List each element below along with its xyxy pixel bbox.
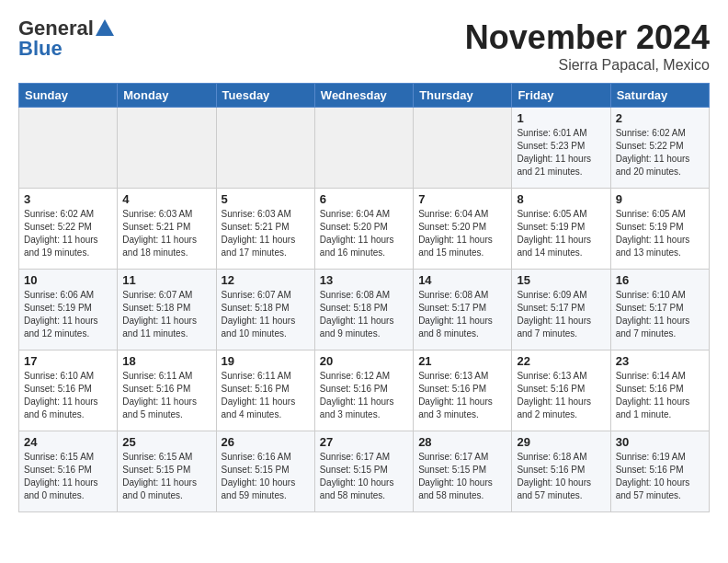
- calendar-cell: 16Sunrise: 6:10 AMSunset: 5:17 PMDayligh…: [610, 270, 709, 350]
- cell-content: Sunrise: 6:10 AM: [616, 289, 704, 302]
- weekday-header-monday: Monday: [118, 84, 216, 108]
- cell-content: Sunset: 5:15 PM: [222, 464, 310, 477]
- cell-content: Sunrise: 6:07 AM: [122, 289, 210, 302]
- cell-content: Daylight: 11 hours and 3 minutes.: [418, 396, 506, 421]
- logo-general-text: General: [18, 18, 94, 39]
- calendar-table: SundayMondayTuesdayWednesdayThursdayFrid…: [18, 83, 710, 512]
- weekday-header-friday: Friday: [512, 84, 610, 108]
- cell-content: Daylight: 11 hours and 6 minutes.: [24, 396, 112, 421]
- cell-content: Sunrise: 6:11 AM: [122, 370, 210, 383]
- cell-content: Sunrise: 6:18 AM: [517, 451, 605, 464]
- cell-content: Daylight: 11 hours and 18 minutes.: [122, 234, 210, 259]
- calendar-header-row: SundayMondayTuesdayWednesdayThursdayFrid…: [19, 84, 710, 108]
- cell-content: Sunset: 5:16 PM: [616, 383, 704, 396]
- cell-content: Sunrise: 6:04 AM: [320, 208, 408, 221]
- day-number: 27: [320, 435, 408, 449]
- cell-content: Daylight: 11 hours and 15 minutes.: [418, 234, 506, 259]
- month-title: November 2024: [465, 18, 710, 57]
- cell-content: Daylight: 10 hours and 58 minutes.: [320, 477, 408, 502]
- cell-content: Sunrise: 6:04 AM: [418, 208, 506, 221]
- cell-content: Sunset: 5:16 PM: [517, 464, 605, 477]
- cell-content: Daylight: 11 hours and 7 minutes.: [616, 315, 704, 340]
- calendar-cell: 29Sunrise: 6:18 AMSunset: 5:16 PMDayligh…: [512, 431, 610, 512]
- cell-content: Daylight: 11 hours and 17 minutes.: [222, 234, 310, 259]
- cell-content: Sunrise: 6:11 AM: [222, 370, 310, 383]
- cell-content: Sunrise: 6:13 AM: [517, 370, 605, 383]
- calendar-cell: 14Sunrise: 6:08 AMSunset: 5:17 PMDayligh…: [414, 270, 512, 350]
- cell-content: Sunrise: 6:07 AM: [222, 289, 310, 302]
- cell-content: Sunset: 5:18 PM: [122, 302, 210, 315]
- cell-content: Sunrise: 6:08 AM: [418, 289, 506, 302]
- calendar-cell: 1Sunrise: 6:01 AMSunset: 5:23 PMDaylight…: [512, 108, 610, 189]
- day-number: 23: [616, 354, 704, 368]
- day-number: 25: [122, 435, 210, 449]
- calendar-cell: 15Sunrise: 6:09 AMSunset: 5:17 PMDayligh…: [512, 270, 610, 350]
- calendar-cell: 26Sunrise: 6:16 AMSunset: 5:15 PMDayligh…: [216, 431, 314, 512]
- cell-content: Daylight: 11 hours and 0 minutes.: [122, 477, 210, 502]
- day-number: 18: [122, 354, 210, 368]
- calendar-cell: 21Sunrise: 6:13 AMSunset: 5:16 PMDayligh…: [414, 350, 512, 431]
- cell-content: Sunrise: 6:02 AM: [24, 208, 112, 221]
- cell-content: Daylight: 11 hours and 10 minutes.: [222, 315, 310, 340]
- calendar-cell: 11Sunrise: 6:07 AMSunset: 5:18 PMDayligh…: [118, 270, 216, 350]
- calendar-week-4: 17Sunrise: 6:10 AMSunset: 5:16 PMDayligh…: [19, 350, 710, 431]
- day-number: 17: [24, 354, 112, 368]
- cell-content: Daylight: 11 hours and 3 minutes.: [320, 396, 408, 421]
- cell-content: Sunset: 5:20 PM: [418, 221, 506, 234]
- day-number: 4: [122, 192, 210, 206]
- day-number: 16: [616, 273, 704, 287]
- cell-content: Daylight: 11 hours and 8 minutes.: [418, 315, 506, 340]
- day-number: 29: [517, 435, 605, 449]
- cell-content: Daylight: 11 hours and 19 minutes.: [24, 234, 112, 259]
- cell-content: Sunset: 5:15 PM: [122, 464, 210, 477]
- cell-content: Sunrise: 6:06 AM: [24, 289, 112, 302]
- cell-content: Sunset: 5:15 PM: [320, 464, 408, 477]
- calendar-cell: 12Sunrise: 6:07 AMSunset: 5:18 PMDayligh…: [216, 270, 314, 350]
- calendar-cell: 22Sunrise: 6:13 AMSunset: 5:16 PMDayligh…: [512, 350, 610, 431]
- cell-content: Daylight: 11 hours and 4 minutes.: [222, 396, 310, 421]
- calendar-cell: 10Sunrise: 6:06 AMSunset: 5:19 PMDayligh…: [19, 270, 118, 350]
- calendar-cell: [19, 108, 118, 189]
- day-number: 6: [320, 192, 408, 206]
- cell-content: Sunset: 5:16 PM: [320, 383, 408, 396]
- calendar-cell: 17Sunrise: 6:10 AMSunset: 5:16 PMDayligh…: [19, 350, 118, 431]
- day-number: 15: [517, 273, 605, 287]
- logo-icon: [96, 19, 114, 36]
- cell-content: Sunset: 5:22 PM: [616, 140, 704, 153]
- cell-content: Daylight: 11 hours and 16 minutes.: [320, 234, 408, 259]
- cell-content: Sunrise: 6:08 AM: [320, 289, 408, 302]
- logo: General Blue: [18, 18, 114, 59]
- day-number: 13: [320, 273, 408, 287]
- calendar-week-2: 3Sunrise: 6:02 AMSunset: 5:22 PMDaylight…: [19, 189, 710, 270]
- cell-content: Daylight: 10 hours and 58 minutes.: [418, 477, 506, 502]
- cell-content: Daylight: 11 hours and 5 minutes.: [122, 396, 210, 421]
- cell-content: Sunrise: 6:03 AM: [222, 208, 310, 221]
- day-number: 24: [24, 435, 112, 449]
- logo-blue-text: Blue: [18, 37, 63, 60]
- weekday-header-tuesday: Tuesday: [216, 84, 314, 108]
- cell-content: Daylight: 11 hours and 7 minutes.: [517, 315, 605, 340]
- cell-content: Daylight: 11 hours and 21 minutes.: [517, 153, 605, 178]
- svg-marker-0: [96, 19, 114, 36]
- location-title: Sierra Papacal, Mexico: [465, 57, 710, 74]
- cell-content: Daylight: 10 hours and 57 minutes.: [517, 477, 605, 502]
- calendar-week-1: 1Sunrise: 6:01 AMSunset: 5:23 PMDaylight…: [19, 108, 710, 189]
- cell-content: Sunrise: 6:10 AM: [24, 370, 112, 383]
- cell-content: Sunrise: 6:05 AM: [517, 208, 605, 221]
- cell-content: Daylight: 11 hours and 11 minutes.: [122, 315, 210, 340]
- day-number: 20: [320, 354, 408, 368]
- cell-content: Sunset: 5:19 PM: [24, 302, 112, 315]
- calendar-cell: 6Sunrise: 6:04 AMSunset: 5:20 PMDaylight…: [314, 189, 413, 270]
- cell-content: Sunset: 5:17 PM: [517, 302, 605, 315]
- cell-content: Sunrise: 6:02 AM: [616, 127, 704, 140]
- weekday-header-wednesday: Wednesday: [314, 84, 413, 108]
- cell-content: Sunset: 5:16 PM: [616, 464, 704, 477]
- calendar-cell: 23Sunrise: 6:14 AMSunset: 5:16 PMDayligh…: [610, 350, 709, 431]
- day-number: 7: [418, 192, 506, 206]
- weekday-header-sunday: Sunday: [19, 84, 118, 108]
- calendar-cell: 18Sunrise: 6:11 AMSunset: 5:16 PMDayligh…: [118, 350, 216, 431]
- cell-content: Sunrise: 6:01 AM: [517, 127, 605, 140]
- day-number: 2: [616, 111, 704, 125]
- calendar-cell: [414, 108, 512, 189]
- calendar-cell: 5Sunrise: 6:03 AMSunset: 5:21 PMDaylight…: [216, 189, 314, 270]
